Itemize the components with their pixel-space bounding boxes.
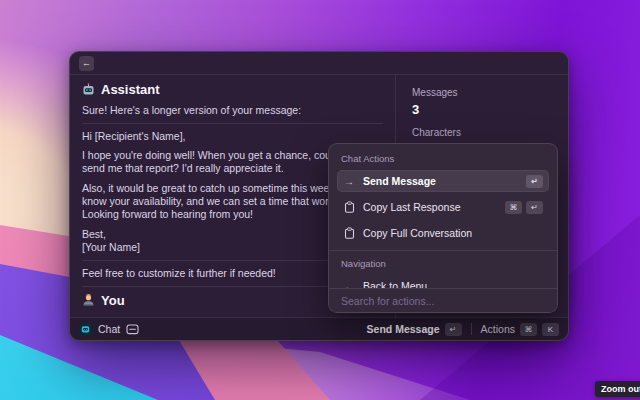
messages-label: Messages [412,87,552,98]
action-copy-full-conversation[interactable]: Copy Full Conversation [337,222,549,244]
section-navigation: Navigation [341,258,545,269]
action-shortcut: ⌘ ↵ [505,201,543,214]
status-bar-actions: Send Message ↵ Actions ⌘ K [367,323,559,336]
assistant-header: Assistant [82,83,383,96]
return-key-icon: ↵ [526,175,543,188]
send-message-button[interactable]: Send Message [367,323,440,335]
message-greeting: Hi [Recipient's Name], [82,130,383,143]
section-chat-actions: Chat Actions [341,153,545,164]
you-title: You [101,294,125,307]
person-icon [82,294,95,307]
assistant-intro: Sure! Here's a longer version of your me… [82,104,383,117]
divider [82,123,383,124]
return-key-icon: ↵ [445,323,462,336]
actions-overlay: Chat Actions → Send Message ↵ Copy Last … [328,143,558,313]
back-button[interactable]: ← [79,56,94,71]
action-label: Copy Full Conversation [363,227,472,239]
divider [471,323,472,335]
action-label: Send Message [363,175,436,187]
actions-search-input[interactable] [341,295,545,307]
actions-search-bar [329,288,557,312]
status-bar: Chat Send Message ↵ Actions ⌘ K [70,317,568,340]
assistant-title: Assistant [101,83,160,96]
action-copy-last-response[interactable]: Copy Last Response ⌘ ↵ [337,196,549,218]
desktop: ← Assistant Sure! Here's a longer versi [0,0,640,400]
mode-label: Chat [98,323,120,335]
action-label: Copy Last Response [363,201,460,213]
back-arrow-icon: ← [82,56,91,71]
k-key-icon: K [542,323,559,336]
robot-icon [82,83,95,96]
characters-label: Characters [412,127,552,138]
actions-list: Chat Actions → Send Message ↵ Copy Last … [329,144,557,308]
action-send-message[interactable]: → Send Message ↵ [337,170,549,192]
command-key-icon: ⌘ [520,323,537,336]
clipboard-icon [343,201,355,213]
actions-menu-button[interactable]: Actions [481,323,515,335]
action-shortcut: ↵ [526,175,543,188]
messages-value: 3 [412,102,552,117]
titlebar: ← [70,52,568,75]
clipboard-icon [343,227,355,239]
arrow-right-icon: → [343,176,355,187]
chat-app-icon [79,323,92,336]
zoom-tooltip: Zoom out on [595,381,640,397]
divider [329,250,557,251]
command-key-icon: ⌘ [505,201,522,214]
return-key-icon: ↵ [526,201,543,214]
keyboard-icon[interactable] [126,324,139,335]
